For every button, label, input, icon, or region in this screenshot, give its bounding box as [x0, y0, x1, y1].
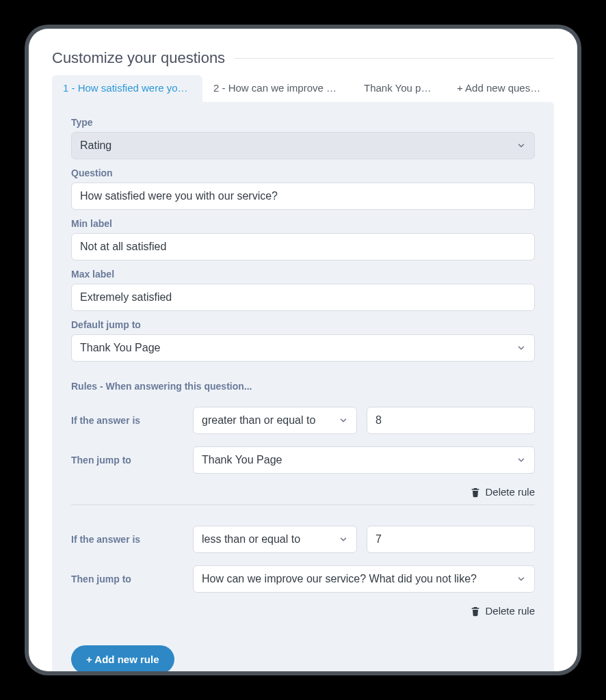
rule-if-row: If the answer is less than or equal to 7 — [71, 526, 535, 553]
rule-then-controls: How can we improve our service? What did… — [193, 565, 535, 593]
min-label-label: Min label — [71, 218, 535, 229]
then-jump-label: Then jump to — [71, 455, 193, 466]
chevron-down-icon — [516, 574, 526, 584]
rule-then-controls: Thank You Page — [193, 446, 535, 474]
delete-rule-button[interactable]: Delete rule — [71, 486, 535, 498]
default-jump-value: Thank You Page — [80, 342, 160, 354]
tab-question-2[interactable]: 2 - How can we improve our … — [202, 75, 353, 102]
tab-question-1[interactable]: 1 - How satisfied were you w… — [52, 75, 202, 102]
condition-value-text: 8 — [376, 414, 382, 427]
condition-select[interactable]: greater than or equal to — [193, 407, 357, 434]
add-rule-button[interactable]: + Add new rule — [71, 645, 174, 671]
condition-value: greater than or equal to — [202, 414, 315, 427]
type-value: Rating — [80, 139, 111, 152]
then-jump-label: Then jump to — [71, 574, 193, 584]
tab-add-question[interactable]: + Add new question — [446, 75, 554, 102]
jump-to-select[interactable]: How can we improve our service? What did… — [193, 565, 535, 593]
form-area: Type Rating Question How satisfied were … — [52, 102, 554, 671]
question-tabs: 1 - How satisfied were you w… 2 - How ca… — [52, 75, 554, 102]
default-jump-select[interactable]: Thank You Page — [71, 334, 535, 362]
rule-divider — [71, 504, 535, 505]
title-divider — [235, 58, 554, 59]
page-title: Customize your questions — [52, 49, 225, 67]
delete-rule-label: Delete rule — [485, 605, 535, 617]
condition-value-input[interactable]: 8 — [367, 407, 535, 434]
default-jump-label: Default jump to — [71, 319, 535, 330]
min-label-value: Not at all satisfied — [80, 241, 166, 253]
rule-block: If the answer is less than or equal to 7… — [71, 526, 535, 617]
question-label: Question — [71, 167, 535, 178]
title-row: Customize your questions — [52, 49, 554, 67]
type-label: Type — [71, 117, 535, 128]
if-answer-label: If the answer is — [71, 534, 193, 545]
max-label-value: Extremely satisfied — [80, 291, 172, 304]
chevron-down-icon — [339, 416, 348, 425]
question-value: How satisfied were you with our service? — [80, 190, 278, 202]
rule-then-row: Then jump to Thank You Page — [71, 446, 535, 474]
condition-value-text: 7 — [376, 533, 382, 546]
condition-value: less than or equal to — [202, 533, 300, 546]
rule-if-controls: greater than or equal to 8 — [193, 407, 535, 434]
type-select[interactable]: Rating — [71, 132, 535, 159]
rule-block: If the answer is greater than or equal t… — [71, 407, 535, 505]
tab-thank-you[interactable]: Thank You page — [353, 75, 446, 102]
condition-value-input[interactable]: 7 — [367, 526, 535, 553]
question-input[interactable]: How satisfied were you with our service? — [71, 183, 535, 210]
jump-to-select[interactable]: Thank You Page — [193, 446, 535, 474]
chevron-down-icon — [516, 343, 526, 353]
delete-rule-label: Delete rule — [485, 486, 535, 498]
rule-if-controls: less than or equal to 7 — [193, 526, 535, 553]
delete-rule-button[interactable]: Delete rule — [71, 605, 535, 617]
condition-select[interactable]: less than or equal to — [193, 526, 357, 553]
rule-then-row: Then jump to How can we improve our serv… — [71, 565, 535, 593]
question-customize-panel: Customize your questions 1 - How satisfi… — [29, 29, 577, 671]
rules-heading: Rules - When answering this question... — [71, 381, 535, 392]
max-label-input[interactable]: Extremely satisfied — [71, 284, 535, 311]
jump-to-value: Thank You Page — [202, 454, 282, 466]
rule-if-row: If the answer is greater than or equal t… — [71, 407, 535, 434]
if-answer-label: If the answer is — [71, 415, 193, 426]
max-label-label: Max label — [71, 269, 535, 280]
chevron-down-icon — [339, 535, 348, 544]
jump-to-value: How can we improve our service? What did… — [202, 573, 477, 585]
chevron-down-icon — [516, 141, 526, 150]
trash-icon — [470, 606, 481, 617]
chevron-down-icon — [516, 455, 526, 465]
trash-icon — [470, 487, 481, 498]
min-label-input[interactable]: Not at all satisfied — [71, 233, 535, 260]
